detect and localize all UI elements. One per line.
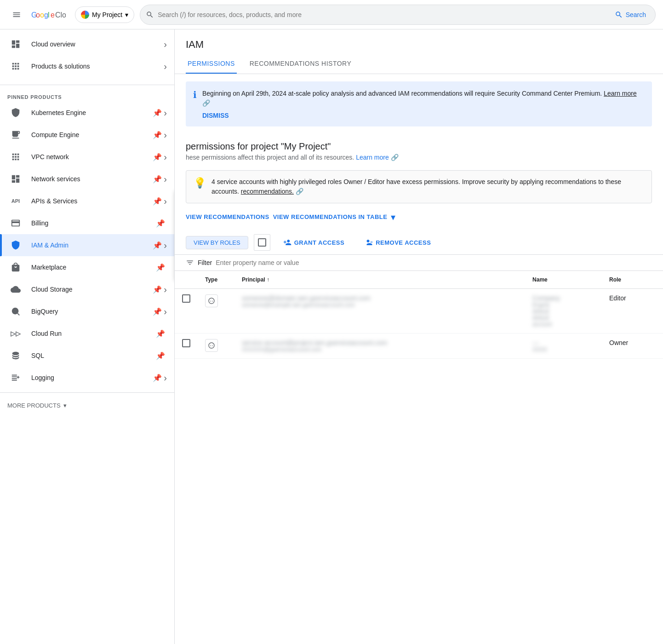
search-bar[interactable]: Search — [140, 5, 656, 25]
pin-icon-marketplace: 📌 — [156, 263, 165, 272]
rec-external-icon: 🔗 — [296, 188, 303, 195]
row2-checkbox-cell — [175, 334, 198, 359]
chevron-apis: › — [164, 196, 167, 207]
row1-checkbox[interactable] — [182, 294, 190, 303]
sidebar-item-marketplace[interactable]: Marketplace 📌 — [0, 256, 174, 278]
row1-role-text: Editor — [609, 294, 626, 302]
pin-icon-bigquery: 📌 — [153, 307, 162, 316]
chevron-vpc: › — [164, 152, 167, 162]
row1-name-sub4: account — [532, 321, 594, 328]
sidebar-item-kubernetes[interactable]: Kubernetes Engine 📌 › — [0, 102, 174, 124]
recommendation-link[interactable]: recommendations. — [241, 188, 294, 195]
table-header: Type Principal ↑ Name Role — [175, 271, 663, 289]
view-recommendations-button[interactable]: VIEW RECOMMENDATIONS — [186, 211, 269, 223]
pin-icon-logging: 📌 — [153, 374, 162, 382]
sidebar-item-iam[interactable]: IAM & Admin 📌 › — [0, 234, 174, 256]
project-selector[interactable]: My Project ▾ — [75, 6, 134, 23]
sidebar-item-vpc[interactable]: VPC network 📌 › — [0, 146, 174, 168]
row1-name-sub1: Engine — [532, 302, 594, 308]
search-icon — [146, 11, 154, 19]
tab-permissions[interactable]: PERMISSIONS — [186, 54, 237, 74]
row2-type-icon — [205, 339, 218, 352]
iam-table: Type Principal ↑ Name Role — [175, 271, 663, 359]
compute-icon — [7, 130, 24, 140]
chevron-iam: › — [164, 240, 167, 251]
sidebar-item-marketplace-label: Marketplace — [24, 264, 156, 271]
checkbox-header-cell[interactable] — [254, 234, 270, 251]
sidebar-item-products-solutions-label: Products & solutions — [24, 63, 164, 70]
cloud-run-icon: ▷▷ — [7, 330, 24, 337]
sidebar-item-billing[interactable]: Billing 📌 — [0, 212, 174, 234]
apis-icon: API — [7, 198, 24, 204]
search-button[interactable]: Search — [611, 11, 650, 19]
sidebar-item-sql[interactable]: SQL 📌 — [0, 345, 174, 367]
recommendation-banner: 💡 4 service accounts with highly privile… — [186, 170, 652, 203]
th-principal[interactable]: Principal ↑ — [234, 271, 525, 289]
row1-checkbox-cell — [175, 289, 198, 334]
permissions-toolbar: VIEW BY ROLES GRANT ACCESS REMOVE ACCESS — [175, 230, 663, 255]
sidebar-item-logging[interactable]: Logging 📌 › — [0, 367, 174, 389]
more-products-label: MORE PRODUCTS — [7, 402, 61, 409]
main-layout: Cloud overview › Products & solutions › … — [0, 29, 663, 644]
sidebar-item-iam-label: IAM & Admin — [24, 242, 153, 249]
chevron-right-icon: › — [164, 39, 167, 50]
row2-checkbox[interactable] — [182, 339, 190, 347]
project-icon — [81, 11, 89, 19]
view-by-roles-button[interactable]: VIEW BY ROLES — [186, 236, 248, 249]
row2-role-text: Owner — [609, 339, 628, 346]
info-banner-link[interactable]: Learn more — [604, 90, 637, 97]
filter-input[interactable] — [216, 259, 652, 266]
sidebar-item-network-services[interactable]: Network services 📌 › — [0, 168, 174, 190]
sidebar-item-bigquery[interactable]: BigQuery 📌 › — [0, 300, 174, 322]
more-products-button[interactable]: MORE PRODUCTS ▾ — [0, 397, 174, 414]
sidebar-item-billing-label: Billing — [24, 219, 156, 227]
sidebar-item-products-solutions[interactable]: Products & solutions › — [0, 55, 174, 77]
sidebar-main-section: Cloud overview › Products & solutions › — [0, 29, 174, 81]
view-recommendations-table-button[interactable]: VIEW RECOMMENDATIONS IN TABLE — [273, 211, 388, 223]
th-name: Name — [525, 271, 602, 289]
permissions-title: permissions for project "My Project" — [175, 134, 663, 154]
dismiss-button[interactable]: DISMISS — [202, 112, 229, 119]
google-cloud-logo: G o o g l e Cloud — [31, 9, 66, 20]
filter-icon — [186, 259, 194, 267]
pin-icon-sql: 📌 — [156, 351, 165, 360]
search-input[interactable] — [158, 11, 607, 18]
menu-button[interactable] — [7, 6, 26, 24]
table-row: service-account@project.iam.gserviceacco… — [175, 334, 663, 359]
sidebar-item-cloud-run[interactable]: ▷▷ Cloud Run 📌 — [0, 322, 174, 345]
recommendations-dropdown-button[interactable]: ▾ — [391, 212, 395, 223]
table-body: someone@domain.iam.gserviceaccount.com s… — [175, 289, 663, 359]
table-row: someone@domain.iam.gserviceaccount.com s… — [175, 289, 663, 334]
sidebar-item-compute[interactable]: Compute Engine 📌 › — [0, 124, 174, 146]
remove-person-icon — [365, 238, 373, 247]
sidebar-item-apis[interactable]: API APIs & Services 📌 › Enabled APIs & s… — [0, 190, 174, 212]
row2-principal-text: service-account@project.iam.gserviceacco… — [242, 339, 518, 346]
chevron-network: › — [164, 174, 167, 184]
permissions-title-text: permissions for project "My Project" — [186, 141, 331, 151]
svg-text:o: o — [40, 11, 44, 19]
sidebar-item-cloud-storage[interactable]: Cloud Storage 📌 › — [0, 278, 174, 300]
sidebar-item-cloud-overview[interactable]: Cloud overview › — [0, 33, 174, 55]
learn-more-link[interactable]: Learn more 🔗 — [356, 154, 398, 161]
tab-recommendations-history[interactable]: RECOMMENDATIONS HISTORY — [248, 54, 354, 74]
row1-principal: someone@domain.iam.gserviceaccount.com s… — [234, 289, 525, 334]
cloud-storage-icon — [7, 284, 24, 294]
remove-access-button[interactable]: REMOVE ACCESS — [357, 236, 438, 249]
pin-icon-iam: 📌 — [153, 241, 162, 250]
row1-type-icon — [205, 294, 218, 307]
filter-label: Filter — [198, 259, 212, 266]
pin-icon-kubernetes: 📌 — [153, 109, 162, 117]
add-person-icon — [283, 238, 291, 247]
project-name: My Project — [92, 11, 122, 18]
row1-principal-sub: someone@example.iam.gserviceaccount.com — [242, 302, 518, 308]
row1-name: Company Engine default default account — [525, 289, 602, 334]
svg-text:e: e — [51, 11, 55, 19]
recommendation-content: 4 service accounts with highly privilege… — [211, 177, 644, 196]
sort-asc-icon: ↑ — [267, 276, 269, 283]
select-all-checkbox[interactable] — [258, 238, 266, 247]
row2-principal: service-account@project.iam.gserviceacco… — [234, 334, 525, 359]
grant-access-button[interactable]: GRANT ACCESS — [276, 236, 352, 249]
grant-access-label: GRANT ACCESS — [294, 239, 345, 246]
search-label: Search — [626, 11, 646, 18]
iam-icon — [7, 240, 24, 250]
